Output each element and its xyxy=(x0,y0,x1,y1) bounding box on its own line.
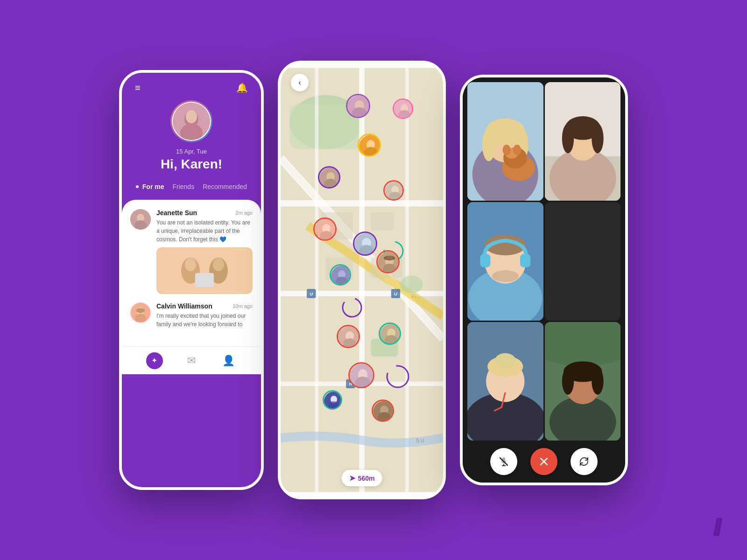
nav-explore-icon[interactable]: ✦ xyxy=(146,352,163,369)
compass-icon: ➤ xyxy=(349,474,355,483)
message-time-1: 2m ago xyxy=(235,210,253,216)
tab-friends[interactable]: Friends xyxy=(172,181,194,192)
nav-profile-icon[interactable]: 👤 xyxy=(220,352,237,369)
map-pin-13[interactable] xyxy=(379,322,401,345)
phone1-header: ≡ 🔔 xyxy=(122,73,261,93)
bell-icon[interactable]: 🔔 xyxy=(236,82,248,93)
svg-point-94 xyxy=(513,145,521,155)
map-pin-2[interactable] xyxy=(393,98,413,119)
hamburger-icon[interactable]: ≡ xyxy=(135,83,141,92)
tab-for-me[interactable]: For me xyxy=(136,181,164,192)
phone-3-video-call xyxy=(460,75,628,485)
message-time-2: 10m ago xyxy=(233,303,253,309)
svg-point-76 xyxy=(387,366,409,387)
video-grid xyxy=(463,77,625,441)
profile-section: 15 Apr, Tue Hi, Karen! xyxy=(122,93,261,181)
phone-1-social-feed: ≡ 🔔 15 Apr, Tue Hi, Karen! xyxy=(119,70,264,490)
svg-rect-12 xyxy=(195,273,214,287)
message-text-2: I'm really excited that you joined our f… xyxy=(156,312,253,329)
profile-avatar xyxy=(173,103,210,140)
tab-recommended[interactable]: Recommended xyxy=(203,181,247,192)
map-pin-9[interactable] xyxy=(330,264,351,286)
svg-point-11 xyxy=(213,258,224,271)
message-text-1: You are not an isolated entity. You are … xyxy=(156,218,253,244)
video-cell-top-right xyxy=(545,82,621,201)
message-header-2: Calvin Williamson 10m ago xyxy=(156,302,253,310)
back-chevron-icon: ‹ xyxy=(298,78,301,87)
video-cell-mid-left xyxy=(467,202,543,321)
message-header-1: Jeanette Sun 2m ago xyxy=(156,209,253,217)
message-body-1: Jeanette Sun 2m ago You are not an isola… xyxy=(156,209,253,294)
svg-point-101 xyxy=(592,124,603,154)
map-pin-1[interactable] xyxy=(346,94,370,118)
sender-name-2: Calvin Williamson xyxy=(156,302,212,310)
svg-point-108 xyxy=(492,270,519,282)
message-image-1 xyxy=(156,247,253,294)
nav-messages-icon[interactable]: ✉ xyxy=(183,352,200,369)
svg-point-93 xyxy=(503,145,511,155)
flip-camera-button[interactable] xyxy=(571,448,598,475)
svg-point-25 xyxy=(400,275,423,294)
tabs-bar: For me Friends Recommended xyxy=(122,181,261,200)
map-pin-arc-2[interactable] xyxy=(341,297,363,318)
map-pin-12[interactable] xyxy=(337,325,360,348)
map-pin-16[interactable] xyxy=(323,390,342,410)
phone-2-map: U U Fi... H S S U ‹ xyxy=(278,61,446,499)
svg-point-116 xyxy=(545,322,621,366)
distance-text: 560m xyxy=(358,475,375,482)
bottom-nav: ✦ ✉ 👤 xyxy=(122,346,261,374)
map-pin-17[interactable] xyxy=(372,399,394,422)
svg-point-100 xyxy=(562,124,573,154)
message-item-2: Calvin Williamson 10m ago I'm really exc… xyxy=(130,302,253,329)
map-pin-10[interactable] xyxy=(376,250,400,273)
svg-rect-21 xyxy=(371,212,393,231)
map-pin-7[interactable] xyxy=(353,231,377,256)
svg-text:S U: S U xyxy=(416,438,424,443)
svg-text:U: U xyxy=(310,291,313,296)
video-cell-bot-left xyxy=(467,322,543,441)
svg-rect-106 xyxy=(480,254,490,267)
svg-point-121 xyxy=(592,368,603,394)
svg-point-120 xyxy=(562,368,573,394)
map-pin-14[interactable] xyxy=(348,362,374,388)
svg-text:U: U xyxy=(394,291,397,296)
message-body-2: Calvin Williamson 10m ago I'm really exc… xyxy=(156,302,253,329)
svg-rect-65 xyxy=(386,256,393,259)
video-cell-mid-right xyxy=(545,202,621,321)
svg-rect-107 xyxy=(520,254,530,267)
message-item: Jeanette Sun 2m ago You are not an isola… xyxy=(130,209,253,294)
feed-content: Jeanette Sun 2m ago You are not an isola… xyxy=(122,200,261,346)
map-back-button[interactable]: ‹ xyxy=(291,74,309,91)
svg-point-10 xyxy=(185,258,196,271)
map-pin-arc-3[interactable] xyxy=(386,364,410,389)
end-call-button[interactable] xyxy=(530,448,557,475)
map-pin-3[interactable] xyxy=(358,133,381,157)
svg-point-66 xyxy=(343,298,361,317)
svg-point-88 xyxy=(482,128,495,161)
video-cell-bot-right xyxy=(545,322,621,441)
map-pin-6[interactable] xyxy=(313,217,337,241)
map-pin-5[interactable] xyxy=(383,180,404,201)
map-pin-4[interactable] xyxy=(318,166,340,189)
profile-greeting: Hi, Karen! xyxy=(161,157,222,172)
svg-point-3 xyxy=(186,110,197,123)
avatar-ring xyxy=(170,100,212,142)
video-controls xyxy=(463,441,625,483)
sender-name-1: Jeanette Sun xyxy=(156,209,197,217)
mute-button[interactable] xyxy=(490,448,517,475)
video-cell-main xyxy=(467,82,543,201)
svg-point-16 xyxy=(136,308,145,313)
profile-date: 15 Apr, Tue xyxy=(176,148,207,155)
map-container: U U Fi... H S S U ‹ xyxy=(281,63,443,497)
distance-badge: ➤ 560m xyxy=(342,470,382,486)
svg-rect-109 xyxy=(545,202,621,321)
svg-text:Fi...: Fi... xyxy=(411,293,420,299)
brand-logo: // xyxy=(713,513,719,541)
message-avatar-2 xyxy=(130,302,151,323)
video-call-body xyxy=(463,77,625,483)
message-avatar-1 xyxy=(130,209,151,230)
svg-point-114 xyxy=(495,353,515,368)
